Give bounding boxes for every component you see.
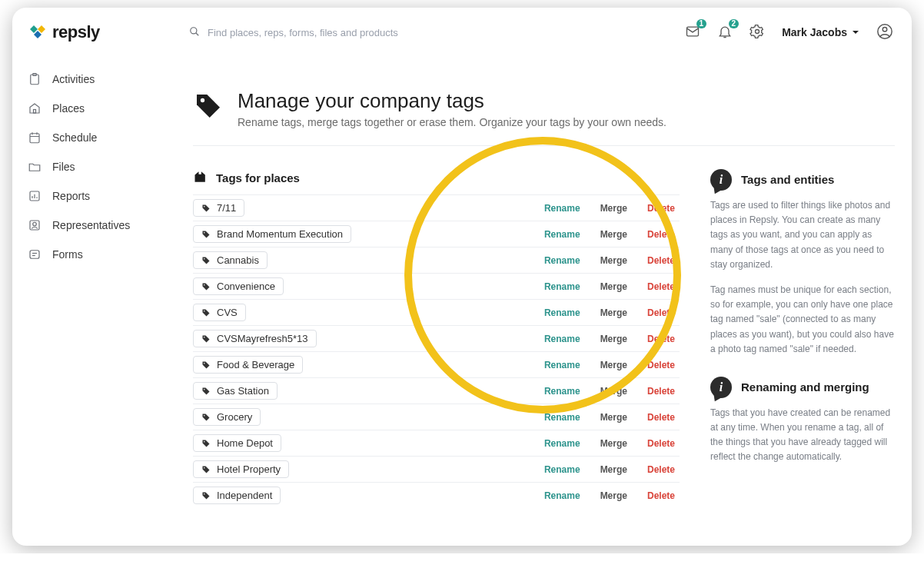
tag-chip[interactable]: Cannabis bbox=[193, 251, 268, 269]
rename-button[interactable]: Rename bbox=[544, 307, 580, 318]
tag-chip[interactable]: Convenience bbox=[193, 277, 284, 295]
tag-chip[interactable]: Food & Beverage bbox=[193, 356, 303, 374]
tag-chip[interactable]: 7/11 bbox=[193, 199, 244, 217]
rename-button[interactable]: Rename bbox=[544, 334, 580, 344]
merge-button[interactable]: Merge bbox=[600, 386, 627, 397]
tag-chip[interactable]: Home Depot bbox=[193, 434, 281, 452]
merge-button[interactable]: Merge bbox=[600, 360, 627, 370]
tag-icon bbox=[201, 439, 211, 448]
sidebar-item-forms[interactable]: Forms bbox=[28, 247, 174, 261]
info-title-2: Renaming and merging bbox=[741, 380, 869, 394]
delete-button[interactable]: Delete bbox=[647, 255, 675, 266]
rename-button[interactable]: Rename bbox=[544, 464, 580, 475]
info-paragraph: Tags that you have created can be rename… bbox=[710, 406, 895, 465]
sidebar-item-places[interactable]: Places bbox=[28, 101, 174, 115]
merge-button[interactable]: Merge bbox=[600, 334, 627, 344]
tag-name: Home Depot bbox=[217, 437, 273, 449]
account-avatar[interactable] bbox=[876, 23, 893, 42]
delete-button[interactable]: Delete bbox=[647, 229, 675, 240]
tag-icon bbox=[201, 387, 211, 396]
tag-name: Gas Station bbox=[217, 385, 269, 397]
merge-button[interactable]: Merge bbox=[600, 438, 627, 449]
rename-button[interactable]: Rename bbox=[544, 438, 580, 449]
delete-button[interactable]: Delete bbox=[647, 307, 675, 318]
merge-button[interactable]: Merge bbox=[600, 255, 627, 266]
sidebar-item-label: Forms bbox=[52, 248, 83, 261]
info-paragraph: Tags are used to filter things like phot… bbox=[710, 198, 895, 272]
svg-point-28 bbox=[204, 336, 205, 337]
places-icon bbox=[193, 169, 208, 187]
info-icon bbox=[710, 169, 732, 191]
notifications-button[interactable]: 2 bbox=[717, 24, 733, 42]
delete-button[interactable]: Delete bbox=[647, 464, 675, 475]
svg-point-32 bbox=[204, 440, 205, 442]
tag-chip[interactable]: Brand Momentum Execution bbox=[193, 225, 351, 243]
merge-button[interactable]: Merge bbox=[600, 464, 627, 475]
tag-row: Hotel PropertyRenameMergeDelete bbox=[193, 456, 680, 482]
tag-name: Brand Momentum Execution bbox=[217, 228, 343, 240]
delete-button[interactable]: Delete bbox=[647, 438, 675, 449]
delete-button[interactable]: Delete bbox=[647, 386, 675, 397]
tag-chip[interactable]: CVSMayrefresh5*13 bbox=[193, 330, 317, 347]
tag-chip[interactable]: Gas Station bbox=[193, 382, 278, 400]
tag-name: Hotel Property bbox=[217, 463, 281, 475]
tag-name: CVSMayrefresh5*13 bbox=[217, 333, 308, 344]
rename-button[interactable]: Rename bbox=[544, 386, 580, 397]
merge-button[interactable]: Merge bbox=[600, 229, 627, 240]
svg-point-24 bbox=[204, 231, 205, 233]
chevron-down-icon bbox=[852, 26, 859, 38]
delete-button[interactable]: Delete bbox=[647, 203, 675, 214]
svg-point-25 bbox=[204, 257, 205, 259]
tag-chip[interactable]: Hotel Property bbox=[193, 460, 289, 478]
sidebar-item-representatives[interactable]: Representatives bbox=[28, 218, 174, 232]
tag-icon bbox=[201, 308, 211, 317]
sidebar-item-schedule[interactable]: Schedule bbox=[28, 131, 174, 144]
user-menu[interactable]: Mark Jacobs bbox=[782, 26, 859, 38]
svg-rect-19 bbox=[30, 251, 39, 259]
tag-row: ConvenienceRenameMergeDelete bbox=[193, 273, 680, 299]
tag-chip[interactable]: CVS bbox=[193, 304, 246, 321]
delete-button[interactable]: Delete bbox=[647, 334, 675, 344]
rename-button[interactable]: Rename bbox=[544, 255, 580, 266]
rename-button[interactable]: Rename bbox=[544, 490, 580, 501]
tag-icon bbox=[201, 334, 211, 344]
tag-chip[interactable]: Grocery bbox=[193, 408, 261, 426]
delete-button[interactable]: Delete bbox=[647, 490, 675, 501]
svg-point-29 bbox=[204, 362, 205, 364]
merge-button[interactable]: Merge bbox=[600, 281, 627, 292]
page-title: Manage your company tags bbox=[238, 91, 666, 113]
tag-chip[interactable]: Independent bbox=[193, 487, 281, 504]
tag-icon bbox=[201, 491, 211, 500]
tag-icon bbox=[201, 230, 211, 239]
sidebar-item-reports[interactable]: Reports bbox=[28, 189, 174, 203]
delete-button[interactable]: Delete bbox=[647, 360, 675, 370]
search-input[interactable] bbox=[208, 27, 454, 38]
global-search[interactable] bbox=[189, 26, 685, 39]
rename-button[interactable]: Rename bbox=[544, 229, 580, 240]
sidebar-item-label: Reports bbox=[52, 190, 90, 202]
rename-button[interactable]: Rename bbox=[544, 412, 580, 423]
sidebar: Activities Places Schedule Files Reports… bbox=[28, 72, 174, 261]
brand-logo[interactable]: repsly bbox=[28, 22, 181, 42]
tag-icon bbox=[201, 256, 211, 265]
rename-button[interactable]: Rename bbox=[544, 203, 580, 214]
sidebar-item-files[interactable]: Files bbox=[28, 160, 174, 174]
rename-button[interactable]: Rename bbox=[544, 281, 580, 292]
tag-row: CannabisRenameMergeDelete bbox=[193, 247, 680, 273]
tag-row: Brand Momentum ExecutionRenameMergeDelet… bbox=[193, 221, 680, 247]
tag-icon bbox=[201, 282, 211, 291]
rename-button[interactable]: Rename bbox=[544, 360, 580, 370]
sidebar-item-activities[interactable]: Activities bbox=[28, 72, 174, 86]
merge-button[interactable]: Merge bbox=[600, 307, 627, 318]
inbox-button[interactable]: 1 bbox=[685, 24, 700, 42]
svg-line-1 bbox=[196, 32, 199, 35]
info-icon bbox=[710, 377, 732, 398]
settings-button[interactable] bbox=[750, 24, 765, 42]
merge-button[interactable]: Merge bbox=[600, 412, 627, 423]
merge-button[interactable]: Merge bbox=[600, 203, 627, 214]
tag-icon bbox=[201, 204, 211, 213]
delete-button[interactable]: Delete bbox=[647, 281, 675, 292]
tag-row: IndependentRenameMergeDelete bbox=[193, 482, 680, 508]
merge-button[interactable]: Merge bbox=[600, 490, 627, 501]
delete-button[interactable]: Delete bbox=[647, 412, 675, 423]
